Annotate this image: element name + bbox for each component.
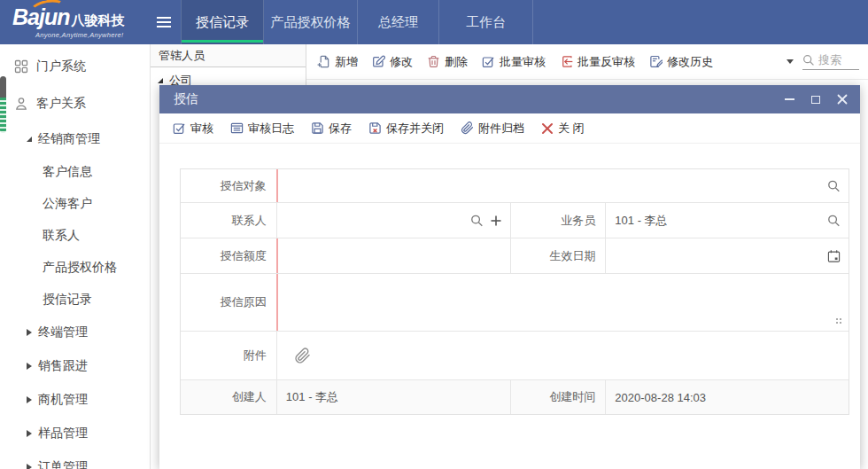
paperclip-icon: [461, 121, 474, 135]
lookup-search-icon[interactable]: [470, 214, 484, 227]
sidebar-item-customer-relations[interactable]: 客户关系: [0, 85, 150, 122]
sidebar-item-label: 经销商管理: [38, 131, 100, 147]
sidebar-item-label: 门户系统: [36, 59, 86, 74]
checkbox-check-icon: [482, 55, 495, 68]
form-row: 授信对象: [181, 169, 849, 203]
edit-history-button[interactable]: 修改历史: [649, 54, 713, 70]
app-window: Bajun 八骏科技 Anyone,Anytime,Anywhere! 授信记录…: [0, 0, 868, 469]
paperclip-icon[interactable]: [294, 348, 311, 364]
sidebar-item-product-auth-price[interactable]: 产品授权价格: [0, 252, 150, 284]
menu-toggle-button[interactable]: [147, 0, 181, 44]
add-plus-icon[interactable]: [490, 215, 502, 227]
tab-label: 工作台: [466, 14, 506, 31]
audit-log-icon: [230, 121, 244, 135]
add-button[interactable]: 新增: [317, 54, 358, 70]
sidebar-item-contacts[interactable]: 联系人: [0, 220, 150, 252]
sidebar-item-public-sea-customers[interactable]: 公海客户: [0, 188, 150, 220]
salesman-label: 业务员: [510, 203, 606, 238]
filter-dropdown-caret-icon[interactable]: [787, 59, 794, 64]
button-label: 新增: [335, 54, 358, 70]
edit-button[interactable]: 修改: [372, 54, 413, 70]
checkbox-check-icon: [173, 121, 186, 135]
batch-unaudit-button[interactable]: 批量反审核: [560, 54, 635, 70]
form-row: 创建人 101 - 李总 创建时间 2020-08-28 14:03: [181, 380, 849, 414]
button-label: 修改: [390, 54, 413, 70]
audit-log-button[interactable]: 审核日志: [230, 121, 294, 137]
created-time-label: 创建时间: [510, 380, 606, 414]
floppy-icon: [311, 121, 324, 135]
creator-value: 101 - 李总: [276, 380, 510, 414]
contact-input[interactable]: [276, 203, 510, 238]
tab-label: 授信记录: [196, 14, 249, 31]
sidebar-item-sample-management[interactable]: 样品管理: [0, 417, 150, 450]
button-label: 保存: [329, 121, 352, 137]
button-label: 附件归档: [478, 121, 524, 137]
chevron-collapsed-icon: [27, 430, 32, 437]
tree-panel-header: 管辖人员: [151, 44, 306, 67]
sidebar-item-label: 销售跟进: [38, 358, 88, 374]
floppy-close-icon: [368, 121, 382, 135]
sidebar-item-terminal-management[interactable]: 终端管理: [0, 316, 150, 349]
sidebar-item-credit-records[interactable]: 授信记录: [0, 284, 150, 316]
close-icon[interactable]: [837, 94, 848, 105]
button-label: 修改历史: [667, 54, 713, 70]
lookup-search-icon[interactable]: [827, 179, 841, 192]
credit-reason-label: 授信原因: [181, 274, 276, 331]
batch-audit-button[interactable]: 批量审核: [482, 54, 546, 70]
dialog-header[interactable]: 授信: [159, 85, 860, 113]
chevron-collapsed-icon: [27, 363, 32, 370]
credit-reason-textarea[interactable]: [276, 274, 849, 331]
salesman-input[interactable]: 101 - 李总: [605, 203, 849, 238]
sidebar-item-label: 商机管理: [38, 392, 88, 408]
tab-product-auth-price[interactable]: 产品授权价格: [264, 0, 358, 44]
search-box: [802, 53, 859, 70]
attachment-archive-button[interactable]: 附件归档: [461, 121, 524, 137]
audit-button[interactable]: 审核: [173, 121, 213, 137]
sidebar-item-portal-system[interactable]: 门户系统: [0, 48, 150, 85]
sidebar-item-customer-info[interactable]: 客户信息: [0, 156, 150, 188]
sidebar-item-opportunity-management[interactable]: 商机管理: [0, 383, 150, 417]
lookup-search-icon[interactable]: [827, 214, 841, 227]
save-button[interactable]: 保存: [311, 121, 352, 137]
trash-icon: [427, 55, 440, 68]
effective-date-label: 生效日期: [510, 238, 606, 273]
grid-icon: [14, 59, 28, 74]
chevron-collapsed-icon: [27, 396, 32, 403]
delete-button[interactable]: 删除: [427, 54, 468, 70]
effective-date-input[interactable]: [605, 238, 849, 273]
dialog-toolbar: 审核 审核日志 保存: [159, 113, 860, 144]
button-label: 批量反审核: [577, 54, 635, 70]
attachment-field[interactable]: [276, 332, 849, 379]
save-and-close-button[interactable]: 保存并关闭: [368, 121, 444, 137]
search-input[interactable]: [818, 53, 859, 66]
created-time-value: 2020-08-28 14:03: [605, 380, 849, 414]
form-row: 授信额度 生效日期: [181, 238, 849, 274]
close-button[interactable]: 关 闭: [541, 121, 585, 137]
sidebar-item-order-management[interactable]: 订单管理: [0, 450, 150, 469]
window-controls: [785, 94, 848, 105]
tab-general-manager[interactable]: 总经理: [358, 0, 439, 44]
credit-target-input[interactable]: [276, 169, 849, 202]
credit-amount-input[interactable]: [276, 238, 510, 273]
sidebar-item-sales-follow-up[interactable]: 销售跟进: [0, 349, 150, 383]
form-row: 授信原因: [181, 274, 849, 332]
history-icon: [649, 55, 663, 68]
sidebar-scrollbar[interactable]: [0, 76, 6, 133]
add-page-icon: [317, 55, 330, 68]
sidebar-item-label: 终端管理: [38, 324, 88, 340]
resize-grip-icon[interactable]: [840, 322, 841, 324]
attachment-label: 附件: [181, 332, 276, 379]
sidebar-item-label: 产品授权价格: [43, 260, 117, 276]
minimize-icon[interactable]: [785, 98, 794, 100]
credit-target-label: 授信对象: [181, 169, 276, 202]
tab-workbench[interactable]: 工作台: [439, 0, 533, 44]
sidebar-item-label: 订单管理: [38, 459, 88, 469]
maximize-icon[interactable]: [811, 96, 820, 104]
tab-credit-records[interactable]: 授信记录: [181, 0, 264, 44]
scrollbar-stripes: [0, 98, 6, 133]
hamburger-icon: [157, 21, 171, 23]
calendar-icon[interactable]: [827, 249, 841, 262]
sidebar-item-dealer-management[interactable]: 经销商管理: [0, 122, 150, 156]
form-row: 附件: [181, 332, 849, 380]
brand-name-en: Bajun: [12, 4, 69, 30]
